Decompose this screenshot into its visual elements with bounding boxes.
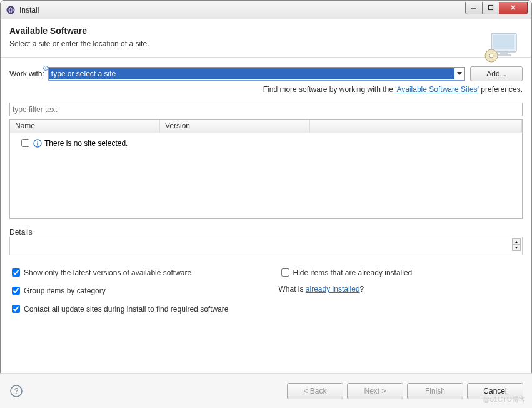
wizard-footer: ? < Back Next > Finish Cancel: [0, 373, 532, 408]
column-name[interactable]: Name: [10, 120, 160, 133]
svg-rect-10: [496, 54, 511, 56]
software-table: Name Version There is no site selected.: [9, 119, 523, 219]
svg-rect-8: [493, 35, 514, 49]
finish-button[interactable]: Finish: [407, 383, 463, 399]
help-icon[interactable]: ?: [9, 384, 24, 399]
available-sites-link[interactable]: 'Available Software Sites': [395, 85, 479, 94]
info-icon: [33, 139, 42, 148]
maximize-button[interactable]: [482, 2, 499, 14]
opt-hide-installed-checkbox[interactable]: [281, 268, 289, 277]
spin-up-icon[interactable]: ▲: [512, 238, 521, 245]
eclipse-icon: [6, 5, 16, 15]
title-bar: Install: [1, 1, 531, 19]
wizard-body: Work with:i Add... Find more software by…: [1, 58, 531, 324]
opt-contact-checkbox[interactable]: [12, 305, 20, 313]
footer-buttons: < Back Next > Finish Cancel: [287, 383, 523, 399]
back-button[interactable]: < Back: [287, 383, 343, 399]
opt-contact[interactable]: Contact all update sites during install …: [9, 303, 523, 315]
svg-text:?: ?: [14, 387, 19, 395]
page-subtitle: Select a site or enter the location of a…: [9, 39, 523, 48]
what-is-text: What is already installed?: [279, 285, 523, 297]
chevron-down-icon[interactable]: [454, 68, 464, 80]
cancel-button[interactable]: Cancel: [467, 383, 523, 399]
work-with-row: Work with:i Add...: [9, 66, 523, 81]
column-version[interactable]: Version: [160, 120, 310, 133]
row-text: There is no site selected.: [44, 139, 128, 148]
already-installed-link[interactable]: already installed: [306, 285, 360, 293]
svg-rect-14: [37, 142, 38, 145]
opt-latest[interactable]: Show only the latest versions of availab…: [9, 267, 254, 278]
details-spinner: ▲ ▼: [512, 238, 521, 251]
options-grid: Show only the latest versions of availab…: [9, 267, 523, 315]
svg-rect-9: [500, 52, 508, 54]
opt-group[interactable]: Group items by category: [9, 285, 254, 297]
install-banner-icon: [483, 31, 520, 63]
add-button[interactable]: Add...: [470, 66, 523, 81]
minimize-button[interactable]: [465, 2, 483, 14]
find-more-text: Find more software by working with the '…: [9, 85, 523, 94]
column-spacer: [310, 120, 522, 133]
filter-input[interactable]: [9, 103, 523, 116]
work-with-combo[interactable]: [48, 67, 465, 81]
page-title: Available Software: [9, 26, 523, 36]
window-title: Install: [19, 6, 466, 14]
table-row[interactable]: There is no site selected.: [13, 136, 519, 150]
next-button[interactable]: Next >: [347, 383, 403, 399]
opt-latest-checkbox[interactable]: [12, 268, 20, 277]
svg-point-12: [489, 54, 493, 58]
work-with-label: Work with:i: [9, 69, 44, 78]
wizard-header: Available Software Select a site or ente…: [1, 19, 531, 58]
row-checkbox[interactable]: [21, 139, 29, 147]
window-controls: [466, 2, 528, 14]
table-header: Name Version: [10, 120, 522, 133]
table-body: There is no site selected.: [10, 133, 522, 153]
details-label: Details: [9, 228, 523, 237]
work-with-input[interactable]: [49, 68, 454, 79]
svg-rect-4: [489, 6, 493, 10]
spin-down-icon[interactable]: ▼: [512, 245, 521, 251]
opt-hide-installed[interactable]: Hide items that are already installed: [279, 267, 523, 278]
details-area: ▲ ▼: [9, 237, 523, 255]
opt-group-checkbox[interactable]: [12, 287, 20, 295]
close-button[interactable]: [499, 2, 528, 14]
svg-rect-15: [37, 141, 38, 142]
